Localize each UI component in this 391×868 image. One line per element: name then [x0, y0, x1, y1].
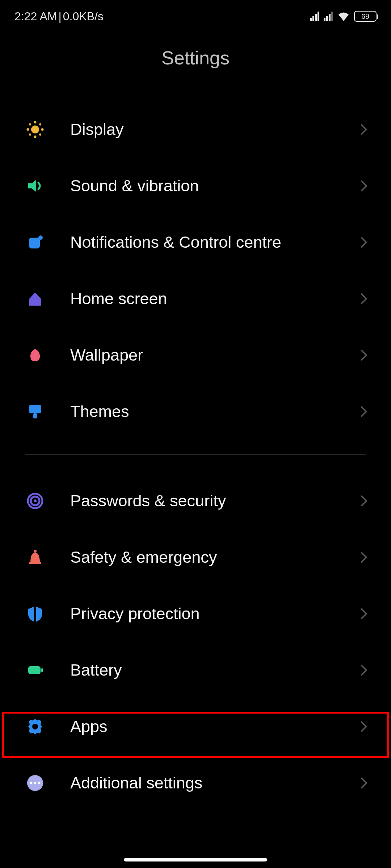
battery-icon: 69 [354, 11, 377, 22]
wifi-icon [337, 12, 350, 21]
svg-point-21 [32, 724, 38, 729]
svg-rect-20 [41, 668, 43, 672]
sun-icon [25, 120, 45, 139]
svg-point-23 [30, 782, 33, 784]
speaker-icon [25, 176, 45, 196]
chevron-right-icon [356, 721, 367, 732]
settings-item-home-screen[interactable]: Home screen [25, 271, 366, 327]
svg-point-0 [31, 125, 39, 133]
svg-point-25 [38, 782, 41, 784]
fingerprint-icon [25, 491, 45, 511]
svg-point-10 [38, 235, 43, 240]
settings-item-label: Home screen [70, 289, 358, 308]
shield-icon [25, 604, 45, 624]
status-time: 2:22 AM [14, 10, 57, 23]
section-divider [25, 454, 366, 455]
page-title: Settings [0, 33, 391, 101]
settings-item-label: Battery [70, 661, 358, 680]
emergency-icon [25, 548, 45, 567]
settings-item-themes[interactable]: Themes [25, 383, 366, 440]
svg-point-4 [41, 128, 44, 131]
signal-icon [310, 12, 319, 21]
settings-item-passwords[interactable]: Passwords & security [25, 473, 366, 529]
flower-icon [25, 345, 45, 365]
status-right: 69 [310, 11, 377, 22]
more-icon [25, 773, 45, 793]
svg-point-2 [34, 136, 37, 138]
chevron-right-icon [356, 180, 367, 191]
battery-item-icon [25, 660, 45, 680]
notifications-icon [25, 233, 45, 252]
settings-item-privacy[interactable]: Privacy protection [25, 586, 366, 642]
chevron-right-icon [356, 349, 367, 361]
settings-item-label: Safety & emergency [70, 548, 358, 567]
settings-item-sound[interactable]: Sound & vibration [25, 158, 366, 214]
svg-point-3 [27, 128, 29, 131]
status-net-speed: 0.0KB/s [63, 10, 104, 23]
battery-level: 69 [361, 12, 369, 21]
svg-point-5 [29, 123, 31, 125]
svg-rect-12 [33, 413, 37, 418]
signal-icon-2 [324, 12, 333, 21]
chevron-right-icon [356, 664, 367, 676]
svg-rect-9 [29, 238, 40, 248]
settings-item-safety[interactable]: Safety & emergency [25, 529, 366, 586]
gear-icon [25, 717, 45, 736]
svg-rect-11 [29, 405, 41, 413]
chevron-right-icon [356, 608, 367, 619]
svg-rect-16 [29, 562, 41, 564]
settings-item-label: Apps [70, 717, 358, 736]
svg-point-15 [34, 499, 37, 502]
settings-item-wallpaper[interactable]: Wallpaper [25, 327, 366, 383]
home-icon [25, 289, 45, 309]
chevron-right-icon [356, 495, 367, 506]
settings-item-label: Notifications & Control centre [70, 233, 358, 252]
settings-item-label: Display [70, 120, 358, 139]
settings-item-apps[interactable]: Apps [25, 698, 366, 755]
svg-point-7 [29, 133, 31, 136]
chevron-right-icon [356, 293, 367, 304]
svg-point-6 [39, 123, 41, 125]
settings-item-label: Additional settings [70, 774, 358, 792]
chevron-right-icon [356, 552, 367, 563]
settings-item-label: Wallpaper [70, 346, 358, 365]
settings-item-battery[interactable]: Battery [25, 642, 366, 698]
svg-point-8 [39, 133, 41, 136]
svg-point-1 [34, 121, 37, 124]
svg-point-24 [34, 782, 37, 784]
settings-item-label: Privacy protection [70, 604, 358, 623]
brush-icon [25, 402, 45, 421]
settings-item-additional[interactable]: Additional settings [25, 755, 366, 811]
settings-item-label: Passwords & security [70, 492, 358, 510]
settings-item-display[interactable]: Display [25, 101, 366, 158]
chevron-right-icon [356, 237, 367, 248]
settings-item-notifications[interactable]: Notifications & Control centre [25, 214, 366, 271]
chevron-right-icon [356, 777, 367, 788]
settings-item-label: Sound & vibration [70, 176, 358, 195]
svg-rect-18 [34, 606, 36, 622]
chevron-right-icon [356, 124, 367, 135]
status-bar: 2:22 AM | 0.0KB/s 69 [0, 0, 391, 33]
status-separator: | [58, 10, 61, 23]
home-indicator[interactable] [124, 858, 267, 861]
svg-point-17 [34, 550, 37, 553]
svg-rect-19 [28, 666, 41, 674]
chevron-right-icon [356, 406, 367, 417]
settings-list[interactable]: Display Sound & vibration Notifications … [0, 101, 391, 811]
status-left: 2:22 AM | 0.0KB/s [14, 10, 104, 23]
settings-item-label: Themes [70, 402, 358, 421]
